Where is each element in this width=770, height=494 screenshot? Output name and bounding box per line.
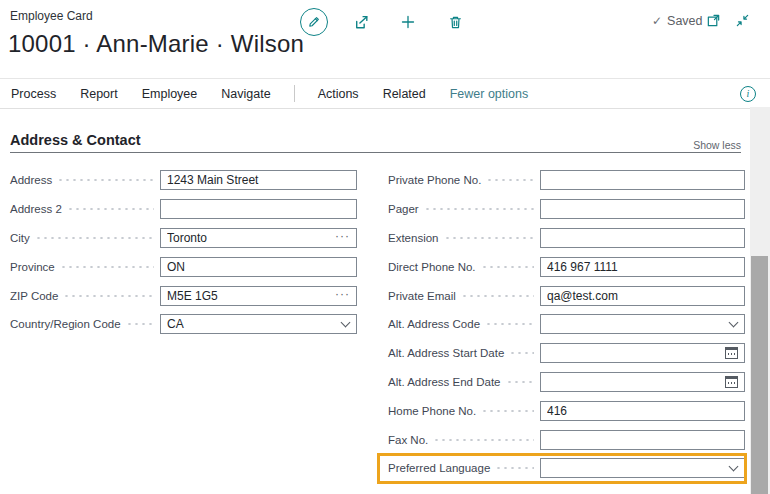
open-in-new-window-icon [706, 13, 721, 28]
field-row: Province ON [10, 252, 357, 281]
trash-icon [448, 15, 463, 30]
field-row: Direct Phone No. 416 967 1111 [388, 252, 745, 281]
address-2-field[interactable] [160, 199, 357, 219]
save-status-label: Saved [667, 14, 702, 28]
home-phone-no-field[interactable]: 416 [540, 401, 745, 421]
private-phone-no-field[interactable] [540, 170, 745, 190]
menu-divider [294, 85, 295, 102]
fax-no-field[interactable] [540, 430, 745, 450]
menu-item-navigate[interactable]: Navigate [220, 87, 271, 101]
preferred-language-field[interactable] [540, 458, 745, 478]
field-row: Extension [388, 224, 745, 253]
scrollbar-thumb[interactable] [751, 256, 768, 494]
zip-code-field[interactable]: M5E 1G5 [160, 286, 357, 306]
field-row: Alt. Address Start Date [388, 339, 745, 368]
chevron-down-icon[interactable] [728, 319, 738, 329]
field-label: Private Phone No. [388, 174, 486, 186]
page-title: 10001 · Ann-Marie · Wilson [8, 30, 304, 58]
menu-item-related[interactable]: Related [382, 87, 427, 101]
field-label: Extension [388, 232, 444, 244]
info-icon[interactable]: i [740, 86, 756, 102]
show-less-link[interactable]: Show less [693, 139, 741, 151]
field-label: Alt. Address Start Date [388, 347, 509, 359]
city-field[interactable]: Toronto [160, 228, 357, 248]
open-in-new-window-button[interactable] [705, 12, 721, 28]
save-status: ✓ Saved [652, 14, 703, 28]
field-value: qa@test.com [547, 289, 738, 303]
field-label: Private Email [388, 290, 461, 302]
field-value: M5E 1G5 [167, 289, 331, 303]
dotted-leader [57, 178, 154, 182]
direct-phone-no-field[interactable]: 416 967 1111 [540, 257, 745, 277]
collapse-button[interactable] [734, 12, 750, 28]
field-row: Home Phone No. 416 [388, 396, 745, 425]
field-label: City [10, 232, 35, 244]
field-row: Alt. Address Code [388, 310, 745, 339]
country-region-code-field[interactable]: CA [160, 314, 357, 334]
province-field[interactable]: ON [160, 257, 357, 277]
menu-item-actions[interactable]: Actions [317, 87, 360, 101]
field-label: Pager [388, 203, 424, 215]
field-row: Pager [388, 195, 745, 224]
dotted-leader [486, 178, 534, 182]
field-value: Toronto [167, 231, 331, 245]
lookup-ellipsis-icon[interactable] [335, 288, 350, 300]
dotted-leader [461, 294, 534, 298]
field-row: Private Email qa@test.com [388, 281, 745, 310]
edit-button[interactable] [300, 8, 328, 36]
alt-address-start-date-field[interactable] [540, 343, 745, 363]
alt-address-end-date-field[interactable] [540, 372, 745, 392]
dotted-leader [433, 438, 534, 442]
dotted-leader [126, 322, 154, 326]
field-label: Province [10, 261, 60, 273]
alt-address-code-field[interactable] [540, 314, 745, 334]
field-label: Country/Region Code [10, 318, 126, 330]
field-value: 416 967 1111 [547, 260, 738, 274]
field-label: Direct Phone No. [388, 261, 481, 273]
dotted-leader [67, 207, 154, 211]
address-field[interactable]: 1243 Main Street [160, 170, 357, 190]
dotted-leader [63, 294, 154, 298]
menu-item-report[interactable]: Report [79, 87, 119, 101]
field-row: Address 2 [10, 195, 357, 224]
employee-card-page: { "app": { "caption": "Employee Card", "… [0, 0, 770, 494]
field-value: CA [167, 317, 336, 331]
dotted-leader [481, 265, 534, 269]
field-row: Country/Region Code CA [10, 310, 357, 339]
chevron-down-icon[interactable] [340, 319, 350, 329]
field-row: Alt. Address End Date [388, 368, 745, 397]
pager-field[interactable] [540, 199, 745, 219]
calendar-icon[interactable] [725, 376, 738, 388]
lookup-ellipsis-icon[interactable] [335, 230, 350, 242]
form-column-left: Address 1243 Main Street Address 2 City … [10, 166, 357, 339]
dotted-leader [424, 207, 534, 211]
extension-field[interactable] [540, 228, 745, 248]
section-title: Address & Contact [10, 132, 141, 148]
chevron-down-icon[interactable] [728, 463, 738, 473]
vertical-scrollbar[interactable] [750, 107, 770, 494]
share-button[interactable] [347, 8, 375, 36]
dotted-leader [506, 380, 534, 384]
field-label: ZIP Code [10, 290, 63, 302]
field-label: Alt. Address End Date [388, 376, 506, 388]
menu-item-process[interactable]: Process [10, 87, 57, 101]
field-label: Alt. Address Code [388, 318, 485, 330]
dotted-leader [509, 351, 534, 355]
delete-button[interactable] [441, 8, 469, 36]
form-column-right: Private Phone No. Pager Extension Direct… [388, 166, 745, 483]
calendar-icon[interactable] [725, 347, 738, 359]
collapse-icon [735, 13, 750, 28]
dotted-leader [60, 265, 154, 269]
field-label: Preferred Language [388, 462, 495, 474]
action-bar [300, 8, 469, 36]
pencil-icon [300, 8, 328, 36]
menu-item-employee[interactable]: Employee [141, 87, 199, 101]
share-icon [353, 14, 370, 31]
new-button[interactable] [394, 8, 422, 36]
dotted-leader [444, 236, 534, 240]
field-row: City Toronto [10, 224, 357, 253]
private-email-field[interactable]: qa@test.com [540, 286, 745, 306]
dotted-leader [495, 466, 534, 470]
menu-item-fewer-options[interactable]: Fewer options [449, 87, 530, 101]
dotted-leader [481, 409, 534, 413]
